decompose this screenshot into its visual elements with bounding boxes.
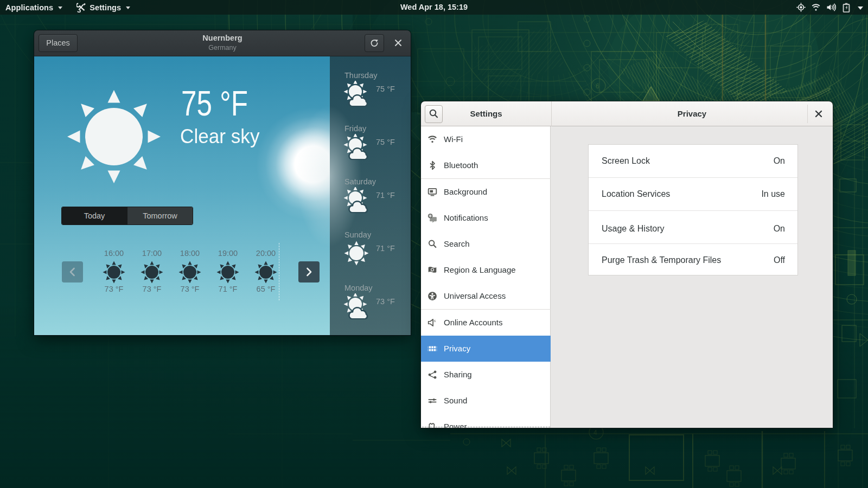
svg-text:s: s xyxy=(434,319,436,323)
